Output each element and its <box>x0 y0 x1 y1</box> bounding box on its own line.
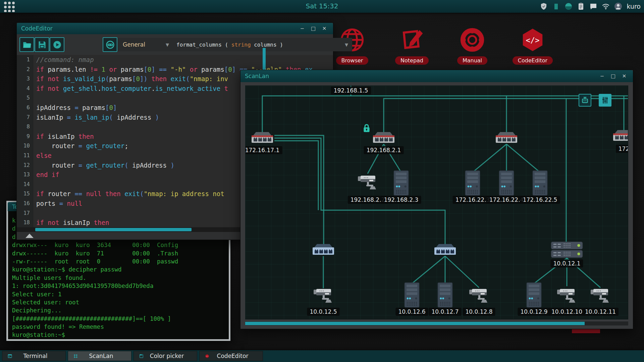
cam-192-168-2-2[interactable] <box>357 174 378 193</box>
switch-left[interactable] <box>312 243 335 257</box>
map-hscroll-thumb[interactable] <box>245 322 585 325</box>
desktop-icon-codeeditor[interactable]: </>CodeEditor <box>506 27 559 65</box>
code-vertical-scrollbar[interactable] <box>263 48 266 71</box>
pc-10-0-12-7-label: 10.0.12.7 <box>429 308 461 316</box>
taskbar-item-label: Terminal <box>12 353 59 359</box>
cam-10-0-12-8-label: 10.0.12.8 <box>463 308 495 316</box>
network-map[interactable]: 192.168.1.5172.16.17.1192.168.2.1172192.… <box>245 85 628 319</box>
terminal-line: Multiple users found. <box>12 274 229 282</box>
codeeditor-title: CodeEditor <box>21 25 53 32</box>
cam-10-0-12-10-label: 10.0.12.10 <box>549 308 585 316</box>
router-192-168-2-1[interactable] <box>372 131 395 145</box>
desktop-icon-label: Manual <box>457 56 487 65</box>
pc-172-16-22-3[interactable] <box>465 170 481 197</box>
signature-dropdown[interactable]: format_columns ( string columns ) ▼ <box>171 38 352 51</box>
taskbar-item-label: ScanLan <box>78 353 124 359</box>
notepad-icon <box>385 27 439 54</box>
taskbar-item-codeeditor[interactable]: </>CodeEditor <box>199 351 263 361</box>
assistant-bot-button[interactable] <box>103 37 117 52</box>
line-number: 4 <box>17 84 33 94</box>
pc-192-168-2-3[interactable] <box>393 170 409 197</box>
category-dropdown[interactable]: General ▼ <box>117 38 173 51</box>
scanlan-titlebar[interactable]: ScanLan −□✕ <box>240 70 633 82</box>
wifi-icon[interactable] <box>601 2 610 11</box>
close-button[interactable]: ✕ <box>622 73 627 79</box>
desktop-icon-notepad[interactable]: Notepad <box>385 27 439 65</box>
robot-button[interactable] <box>579 94 591 107</box>
line-number: 12 <box>17 161 33 170</box>
desktop-icon-label: CodeEditor <box>513 56 553 65</box>
router-partial[interactable] <box>612 129 628 143</box>
router-172-16-17-1[interactable] <box>251 131 274 145</box>
minimize-button[interactable]: − <box>300 25 305 32</box>
desktop-icon-manual[interactable]: Manual <box>445 27 499 65</box>
line-number: 13 <box>17 170 33 180</box>
scanlan-title: ScanLan <box>245 73 269 79</box>
pc-192-168-2-3-label: 192.168.2.3 <box>381 196 421 204</box>
line-number: 18 <box>17 218 33 227</box>
category-value: General <box>123 41 145 48</box>
switch-mid[interactable] <box>433 243 457 257</box>
map-hscroll-track[interactable] <box>245 321 628 325</box>
router-partial-label: 172 <box>616 145 628 153</box>
maximize-button[interactable]: □ <box>610 73 616 79</box>
pc-172-16-22-5[interactable] <box>532 170 548 197</box>
terminal-line: Select user: 1 <box>12 290 229 298</box>
code-hscroll-thumb[interactable] <box>35 228 192 231</box>
avatar-icon[interactable] <box>614 2 623 11</box>
taskbar-item-terminal[interactable]: Terminal <box>2 351 66 361</box>
pc-10-0-12-6[interactable] <box>404 282 420 309</box>
scanlan-window[interactable]: ScanLan −□✕ 192.168.1.5172.16.17.1192.16… <box>240 70 633 329</box>
desktop-icon-label: Notepad <box>395 56 429 65</box>
router-192-168-2-1-label: 192.168.2.1 <box>364 146 404 154</box>
username: kuro <box>627 3 641 10</box>
cam-10-0-12-10[interactable] <box>556 287 577 306</box>
chevron-down-icon: ▼ <box>166 42 169 47</box>
label-192-168-1-5-label: 192.168.1.5 <box>331 86 371 95</box>
server-10-0-12-1[interactable] <box>551 241 583 260</box>
sliders-button[interactable] <box>599 94 611 107</box>
minimize-button[interactable]: − <box>599 73 605 79</box>
line-number: 15 <box>17 189 33 199</box>
maximize-button[interactable]: □ <box>311 25 316 32</box>
pc-10-0-12-7[interactable] <box>437 282 453 309</box>
taskbar: TerminalScanLanColor picker</>CodeEditor <box>0 350 644 362</box>
line-number: 9 <box>17 132 33 141</box>
cam-10-0-12-5[interactable] <box>313 287 334 306</box>
server-10-0-12-1-label: 10.0.12.1 <box>550 259 583 267</box>
svg-text:</>: </> <box>206 355 209 357</box>
pc-10-0-12-9[interactable] <box>526 282 542 309</box>
terminal-line: Deciphering... <box>12 306 229 314</box>
desktop-icon-label: Browser <box>336 56 369 65</box>
terminal-icon <box>5 353 12 360</box>
cam-10-0-12-8[interactable] <box>469 287 489 306</box>
battery-icon[interactable] <box>552 2 560 11</box>
line-number: 6 <box>17 103 33 113</box>
line-number: 7 <box>17 113 33 122</box>
taskbar-item-scanlan[interactable]: ScanLan <box>68 351 131 361</box>
cam-10-0-12-11[interactable] <box>590 287 611 306</box>
codeeditor-icon: </> <box>202 353 209 360</box>
line-number: 1 <box>17 55 33 65</box>
expand-arrow-icon[interactable] <box>25 234 34 238</box>
save-button[interactable] <box>35 37 49 52</box>
chevron-down-icon: ▼ <box>345 42 348 47</box>
terminal-line: kuro@station:~$ <box>12 331 229 339</box>
shield-check-icon[interactable] <box>539 2 548 11</box>
chat-icon[interactable] <box>589 2 598 11</box>
pc-172-16-22-4[interactable] <box>498 170 515 197</box>
line-number: 5 <box>17 93 33 103</box>
close-button[interactable]: ✕ <box>322 25 327 32</box>
codeeditor-titlebar[interactable]: CodeEditor −□✕ <box>17 23 333 34</box>
line-number: 14 <box>17 180 33 189</box>
open-folder-button[interactable] <box>19 37 34 52</box>
svg-text:</>: </> <box>526 36 539 45</box>
router-mid[interactable] <box>495 131 518 145</box>
status-pie-icon[interactable] <box>564 2 573 11</box>
terminal-line: drwxrwx--- kuro kuro 3634 00:00 Config <box>12 241 229 249</box>
clipboard-icon[interactable] <box>577 2 585 11</box>
scanlan-icon <box>71 353 78 360</box>
line-number: 16 <box>17 199 33 208</box>
run-button[interactable] <box>50 37 64 52</box>
taskbar-item-colorpicker[interactable]: Color picker <box>133 351 197 361</box>
